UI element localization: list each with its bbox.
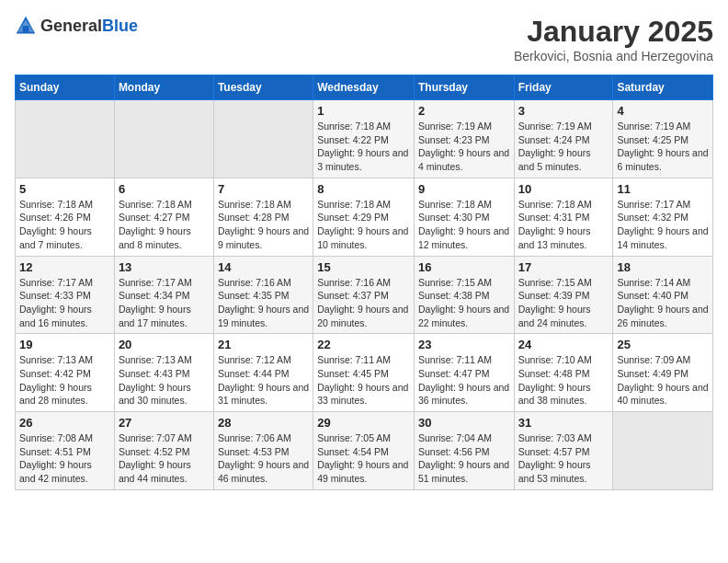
col-thursday: Thursday bbox=[414, 75, 514, 100]
calendar-week-1: 1Sunrise: 7:18 AMSunset: 4:22 PMDaylight… bbox=[16, 100, 713, 178]
logo-general: General bbox=[40, 17, 102, 35]
calendar-cell: 19Sunrise: 7:13 AMSunset: 4:42 PMDayligh… bbox=[16, 334, 115, 412]
day-info: Sunrise: 7:18 AMSunset: 4:28 PMDaylight:… bbox=[218, 198, 309, 252]
day-info: Sunrise: 7:19 AMSunset: 4:23 PMDaylight:… bbox=[418, 120, 510, 174]
day-number: 31 bbox=[518, 416, 609, 430]
calendar-cell bbox=[114, 100, 213, 178]
day-number: 9 bbox=[418, 182, 510, 196]
day-info: Sunrise: 7:16 AMSunset: 4:35 PMDaylight:… bbox=[218, 276, 309, 330]
calendar-cell: 11Sunrise: 7:17 AMSunset: 4:32 PMDayligh… bbox=[613, 178, 713, 256]
calendar-cell: 8Sunrise: 7:18 AMSunset: 4:29 PMDaylight… bbox=[313, 178, 415, 256]
day-number: 13 bbox=[119, 260, 210, 274]
day-info: Sunrise: 7:18 AMSunset: 4:27 PMDaylight:… bbox=[119, 198, 210, 252]
calendar-cell: 23Sunrise: 7:11 AMSunset: 4:47 PMDayligh… bbox=[414, 334, 514, 412]
calendar-week-3: 12Sunrise: 7:17 AMSunset: 4:33 PMDayligh… bbox=[16, 256, 713, 334]
day-number: 4 bbox=[617, 104, 709, 118]
calendar-cell: 27Sunrise: 7:07 AMSunset: 4:52 PMDayligh… bbox=[114, 412, 213, 490]
day-info: Sunrise: 7:08 AMSunset: 4:51 PMDaylight:… bbox=[19, 431, 110, 486]
day-number: 10 bbox=[518, 182, 609, 196]
day-number: 1 bbox=[317, 104, 410, 118]
day-number: 5 bbox=[19, 182, 110, 196]
calendar-cell: 21Sunrise: 7:12 AMSunset: 4:44 PMDayligh… bbox=[213, 334, 313, 412]
col-tuesday: Tuesday bbox=[213, 75, 313, 100]
calendar-cell: 18Sunrise: 7:14 AMSunset: 4:40 PMDayligh… bbox=[613, 256, 713, 334]
calendar-cell: 6Sunrise: 7:18 AMSunset: 4:27 PMDaylight… bbox=[114, 178, 213, 256]
calendar-table: Sunday Monday Tuesday Wednesday Thursday… bbox=[15, 75, 713, 490]
day-info: Sunrise: 7:17 AMSunset: 4:32 PMDaylight:… bbox=[617, 198, 709, 252]
day-number: 2 bbox=[418, 104, 510, 118]
calendar-week-5: 26Sunrise: 7:08 AMSunset: 4:51 PMDayligh… bbox=[16, 412, 713, 490]
calendar-cell: 2Sunrise: 7:19 AMSunset: 4:23 PMDaylight… bbox=[414, 100, 514, 178]
logo-blue: Blue bbox=[102, 17, 138, 35]
calendar-cell: 26Sunrise: 7:08 AMSunset: 4:51 PMDayligh… bbox=[16, 412, 115, 490]
day-info: Sunrise: 7:19 AMSunset: 4:25 PMDaylight:… bbox=[617, 120, 709, 174]
day-number: 27 bbox=[119, 416, 210, 430]
day-number: 25 bbox=[617, 338, 709, 351]
day-number: 14 bbox=[218, 260, 309, 274]
day-info: Sunrise: 7:12 AMSunset: 4:44 PMDaylight:… bbox=[218, 353, 309, 408]
calendar-cell: 25Sunrise: 7:09 AMSunset: 4:49 PMDayligh… bbox=[613, 334, 713, 412]
day-info: Sunrise: 7:04 AMSunset: 4:56 PMDaylight:… bbox=[418, 431, 510, 486]
day-number: 30 bbox=[418, 416, 510, 430]
title-block: January 2025 Berkovici, Bosnia and Herze… bbox=[514, 15, 713, 63]
calendar-cell: 4Sunrise: 7:19 AMSunset: 4:25 PMDaylight… bbox=[613, 100, 713, 178]
day-number: 11 bbox=[617, 182, 709, 196]
calendar-cell: 31Sunrise: 7:03 AMSunset: 4:57 PMDayligh… bbox=[514, 412, 613, 490]
day-number: 7 bbox=[218, 182, 309, 196]
day-number: 28 bbox=[218, 416, 309, 430]
day-info: Sunrise: 7:13 AMSunset: 4:42 PMDaylight:… bbox=[19, 353, 110, 408]
day-info: Sunrise: 7:16 AMSunset: 4:37 PMDaylight:… bbox=[317, 276, 410, 330]
day-number: 24 bbox=[518, 338, 609, 351]
day-info: Sunrise: 7:18 AMSunset: 4:30 PMDaylight:… bbox=[418, 198, 510, 252]
day-number: 26 bbox=[19, 416, 110, 430]
calendar-cell: 13Sunrise: 7:17 AMSunset: 4:34 PMDayligh… bbox=[114, 256, 213, 334]
day-number: 29 bbox=[317, 416, 410, 430]
day-info: Sunrise: 7:17 AMSunset: 4:34 PMDaylight:… bbox=[119, 276, 210, 330]
calendar-cell: 5Sunrise: 7:18 AMSunset: 4:26 PMDaylight… bbox=[16, 178, 115, 256]
calendar-cell: 20Sunrise: 7:13 AMSunset: 4:43 PMDayligh… bbox=[114, 334, 213, 412]
day-number: 3 bbox=[518, 104, 609, 118]
day-info: Sunrise: 7:14 AMSunset: 4:40 PMDaylight:… bbox=[617, 276, 709, 330]
calendar-cell: 22Sunrise: 7:11 AMSunset: 4:45 PMDayligh… bbox=[313, 334, 415, 412]
day-info: Sunrise: 7:15 AMSunset: 4:38 PMDaylight:… bbox=[418, 276, 510, 330]
calendar-cell: 10Sunrise: 7:18 AMSunset: 4:31 PMDayligh… bbox=[514, 178, 613, 256]
calendar-cell bbox=[16, 100, 115, 178]
day-number: 12 bbox=[19, 260, 110, 274]
day-info: Sunrise: 7:07 AMSunset: 4:52 PMDaylight:… bbox=[119, 431, 210, 486]
day-info: Sunrise: 7:18 AMSunset: 4:31 PMDaylight:… bbox=[518, 198, 609, 252]
col-sunday: Sunday bbox=[16, 75, 115, 100]
calendar-cell: 24Sunrise: 7:10 AMSunset: 4:48 PMDayligh… bbox=[514, 334, 613, 412]
calendar-cell bbox=[213, 100, 313, 178]
calendar-week-4: 19Sunrise: 7:13 AMSunset: 4:42 PMDayligh… bbox=[16, 334, 713, 412]
day-info: Sunrise: 7:15 AMSunset: 4:39 PMDaylight:… bbox=[518, 276, 609, 330]
day-number: 22 bbox=[317, 338, 410, 351]
day-number: 18 bbox=[617, 260, 709, 274]
logo-icon bbox=[15, 15, 37, 37]
logo: GeneralBlue bbox=[15, 15, 138, 37]
calendar-cell: 12Sunrise: 7:17 AMSunset: 4:33 PMDayligh… bbox=[16, 256, 115, 334]
month-title: January 2025 bbox=[514, 15, 713, 49]
day-number: 23 bbox=[418, 338, 510, 351]
logo-text: GeneralBlue bbox=[40, 17, 138, 36]
calendar-cell: 15Sunrise: 7:16 AMSunset: 4:37 PMDayligh… bbox=[313, 256, 415, 334]
day-number: 21 bbox=[218, 338, 309, 351]
location-subtitle: Berkovici, Bosnia and Herzegovina bbox=[514, 49, 713, 63]
calendar-week-2: 5Sunrise: 7:18 AMSunset: 4:26 PMDaylight… bbox=[16, 178, 713, 256]
day-info: Sunrise: 7:06 AMSunset: 4:53 PMDaylight:… bbox=[218, 431, 309, 486]
day-info: Sunrise: 7:11 AMSunset: 4:47 PMDaylight:… bbox=[418, 353, 510, 408]
day-number: 6 bbox=[119, 182, 210, 196]
day-number: 19 bbox=[19, 338, 110, 351]
calendar-cell: 28Sunrise: 7:06 AMSunset: 4:53 PMDayligh… bbox=[213, 412, 313, 490]
day-info: Sunrise: 7:18 AMSunset: 4:26 PMDaylight:… bbox=[19, 198, 110, 252]
calendar-cell bbox=[613, 412, 713, 490]
calendar-header: Sunday Monday Tuesday Wednesday Thursday… bbox=[16, 75, 713, 100]
day-info: Sunrise: 7:13 AMSunset: 4:43 PMDaylight:… bbox=[119, 353, 210, 408]
calendar-cell: 7Sunrise: 7:18 AMSunset: 4:28 PMDaylight… bbox=[213, 178, 313, 256]
day-info: Sunrise: 7:10 AMSunset: 4:48 PMDaylight:… bbox=[518, 353, 609, 408]
day-info: Sunrise: 7:18 AMSunset: 4:22 PMDaylight:… bbox=[317, 120, 410, 174]
day-info: Sunrise: 7:19 AMSunset: 4:24 PMDaylight:… bbox=[518, 120, 609, 174]
calendar-body: 1Sunrise: 7:18 AMSunset: 4:22 PMDaylight… bbox=[16, 100, 713, 490]
calendar-cell: 16Sunrise: 7:15 AMSunset: 4:38 PMDayligh… bbox=[414, 256, 514, 334]
day-number: 20 bbox=[119, 338, 210, 351]
header-row: Sunday Monday Tuesday Wednesday Thursday… bbox=[16, 75, 713, 100]
